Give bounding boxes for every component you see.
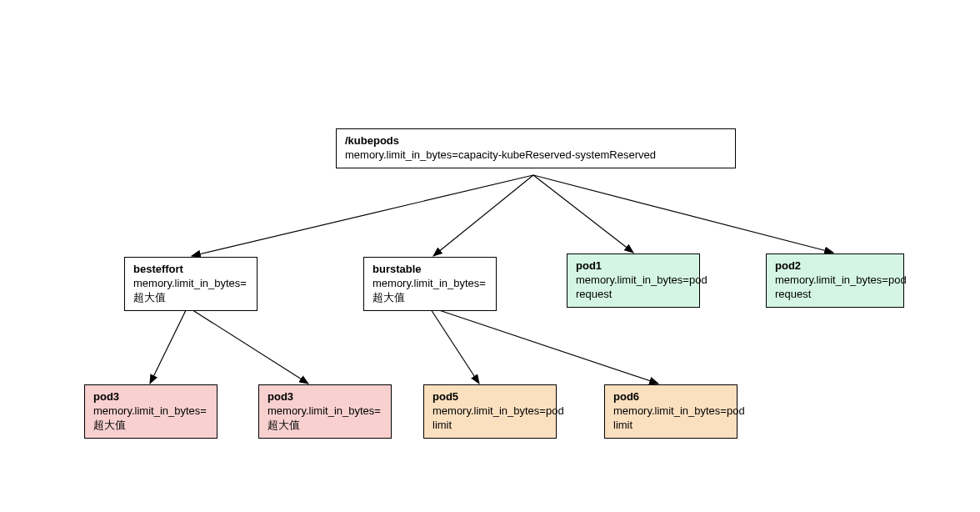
edge-burstable-pod6	[429, 307, 658, 384]
node-pod2: pod2 memory.limit_in_bytes=pod request	[766, 253, 904, 308]
node-title: pod5	[432, 390, 548, 404]
node-title: pod3	[93, 390, 208, 404]
node-pod3a: pod3 memory.limit_in_bytes=超大值	[84, 384, 218, 439]
node-subtitle: memory.limit_in_bytes=pod request	[576, 274, 691, 302]
node-subtitle: memory.limit_in_bytes=超大值	[372, 277, 488, 305]
edge-root-burstable	[433, 175, 533, 256]
edge-besteffort-pod3a	[150, 307, 188, 384]
node-title: pod3	[268, 390, 382, 404]
node-subtitle: memory.limit_in_bytes=pod limit	[432, 404, 548, 433]
node-subtitle: memory.limit_in_bytes=capacity-kubeReser…	[345, 148, 727, 163]
node-subtitle: memory.limit_in_bytes=超大值	[133, 277, 248, 305]
edge-root-pod1	[533, 175, 633, 253]
node-pod1: pod1 memory.limit_in_bytes=pod request	[567, 253, 700, 308]
node-kubepods: /kubepods memory.limit_in_bytes=capacity…	[336, 128, 736, 168]
node-title: /kubepods	[345, 134, 727, 148]
node-subtitle: memory.limit_in_bytes=pod limit	[613, 404, 728, 433]
node-title: pod1	[576, 259, 691, 274]
node-subtitle: memory.limit_in_bytes=pod request	[775, 274, 895, 302]
edge-root-besteffort	[192, 175, 533, 256]
node-title: pod2	[775, 259, 895, 274]
node-pod3b: pod3 memory.limit_in_bytes=超大值	[258, 384, 392, 439]
node-subtitle: memory.limit_in_bytes=超大值	[268, 404, 382, 433]
edge-besteffort-pod3b	[188, 307, 308, 384]
node-title: besteffort	[133, 263, 248, 277]
edge-burstable-pod5	[429, 307, 479, 384]
node-title: pod6	[613, 390, 728, 404]
node-pod5: pod5 memory.limit_in_bytes=pod limit	[423, 384, 557, 439]
edge-root-pod2	[533, 175, 833, 253]
node-besteffort: besteffort memory.limit_in_bytes=超大值	[124, 257, 258, 311]
node-burstable: burstable memory.limit_in_bytes=超大值	[363, 257, 497, 311]
node-pod6: pod6 memory.limit_in_bytes=pod limit	[604, 384, 738, 439]
node-title: burstable	[372, 263, 488, 277]
node-subtitle: memory.limit_in_bytes=超大值	[93, 404, 208, 433]
